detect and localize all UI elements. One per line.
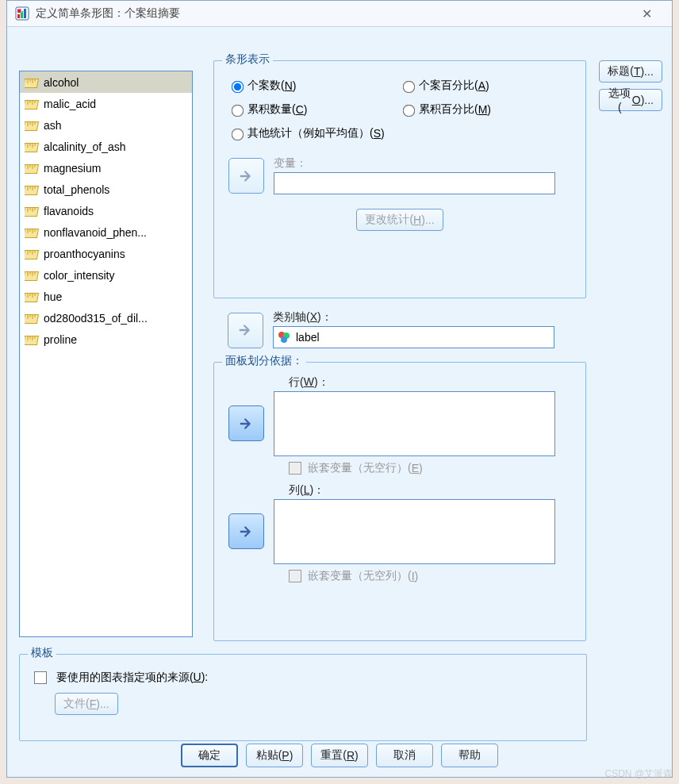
scale-icon: [25, 228, 39, 237]
scale-icon: [25, 335, 39, 344]
client-area: alcoholmalic_acidashalcalinity_of_ashmag…: [7, 27, 672, 777]
panel-by-group: 面板划分依据： 行(W)： 嵌套变量（无空行）(E): [213, 362, 586, 641]
variable-list[interactable]: alcoholmalic_acidashalcalinity_of_ashmag…: [19, 71, 193, 637]
variable-label: 变量：: [274, 156, 571, 171]
paste-button[interactable]: 粘贴(P): [246, 744, 303, 767]
variable-item-label: hue: [44, 290, 62, 303]
svg-rect-24: [25, 164, 38, 173]
radio-cumn[interactable]: 累积数量(C): [228, 98, 400, 121]
variable-item[interactable]: flavanoids: [20, 200, 192, 221]
cols-label: 列(L)：: [289, 483, 571, 498]
move-to-variable-button[interactable]: [228, 158, 264, 194]
category-axis-label: 类别轴(X)：: [273, 310, 554, 325]
scale-icon: [25, 271, 39, 280]
cols-listbox[interactable]: [274, 499, 555, 564]
svg-rect-49: [25, 271, 38, 280]
radio-pctcases[interactable]: 个案百分比(A): [400, 74, 571, 98]
category-axis-value: label: [296, 331, 320, 344]
scale-icon: [25, 163, 39, 173]
svg-point-71: [281, 336, 287, 343]
variable-item[interactable]: total_phenols: [20, 179, 192, 200]
variable-item-label: proanthocyanins: [44, 248, 125, 260]
variable-item-label: color_intensity: [44, 269, 115, 282]
bars-represent-group: 条形表示 个案数(N) 个案百分比(A) 累积数量(C): [213, 60, 586, 298]
rows-listbox[interactable]: [274, 391, 555, 456]
change-statistic-button[interactable]: 更改统计(H)...: [356, 209, 443, 231]
move-to-rows-button[interactable]: [228, 405, 264, 441]
variable-item-label: nonflavanoid_phen...: [44, 226, 147, 239]
title-button[interactable]: 标题(T)...: [599, 60, 662, 83]
variable-textbox[interactable]: [274, 172, 555, 194]
help-button[interactable]: 帮助: [441, 744, 498, 767]
template-legend: 模板: [28, 646, 56, 660]
option-button[interactable]: 选项(O)...: [599, 89, 662, 111]
file-button[interactable]: 文件(F)...: [55, 693, 118, 715]
variable-item[interactable]: od280od315_of_dil...: [20, 307, 192, 329]
scale-icon: [25, 313, 39, 323]
nest-cols-checkbox: 嵌套变量（无空列）(I): [228, 564, 571, 583]
variable-item-label: flavanoids: [44, 205, 94, 217]
scale-icon: [25, 206, 39, 216]
category-axis-field[interactable]: label: [273, 326, 554, 348]
scale-icon: [25, 292, 39, 302]
scale-icon: [25, 185, 39, 194]
variable-item[interactable]: alcalinity_of_ash: [20, 136, 192, 157]
scale-icon: [25, 121, 39, 130]
svg-rect-14: [25, 121, 38, 130]
app-icon: [15, 6, 29, 21]
variable-item[interactable]: magnesium: [20, 157, 192, 179]
rows-label: 行(W)：: [289, 375, 571, 390]
scale-icon: [25, 249, 39, 259]
svg-rect-59: [25, 314, 38, 323]
variable-item[interactable]: color_intensity: [20, 264, 192, 286]
close-icon[interactable]: ✕: [629, 2, 664, 25]
side-buttons: 标题(T)... 选项(O)...: [599, 60, 662, 111]
radio-cumpct[interactable]: 累积百分比(M): [400, 98, 571, 121]
category-axis-block: 类别轴(X)： label: [213, 305, 586, 354]
svg-rect-1: [17, 14, 20, 18]
variable-item[interactable]: proline: [20, 329, 192, 350]
window-title: 定义简单条形图：个案组摘要: [36, 6, 629, 21]
nest-rows-check[interactable]: [289, 462, 301, 475]
variable-item-label: alcalinity_of_ash: [44, 140, 126, 153]
watermark: CSDN @艾派森: [604, 767, 673, 781]
move-to-category-button[interactable]: [228, 313, 263, 348]
bottom-buttons: 确定 粘贴(P) 重置(R) 取消 帮助: [7, 744, 672, 767]
nest-rows-checkbox: 嵌套变量（无空行）(E): [228, 456, 571, 475]
svg-rect-64: [25, 336, 38, 344]
svg-rect-19: [25, 143, 38, 152]
variable-item-label: od280od315_of_dil...: [44, 312, 148, 325]
title-bar: 定义简单条形图：个案组摘要 ✕: [7, 1, 672, 27]
variable-item[interactable]: nonflavanoid_phen...: [20, 221, 192, 243]
nest-cols-check[interactable]: [289, 570, 301, 582]
ok-button[interactable]: 确定: [181, 744, 238, 767]
variable-item[interactable]: malic_acid: [20, 93, 192, 114]
variable-item[interactable]: proanthocyanins: [20, 243, 192, 264]
scale-icon: [25, 78, 39, 87]
svg-rect-29: [25, 186, 38, 194]
svg-rect-39: [25, 229, 38, 237]
scale-icon: [25, 99, 39, 109]
svg-rect-9: [25, 100, 38, 109]
variable-item-label: magnesium: [44, 162, 101, 175]
reset-button[interactable]: 重置(R): [311, 744, 368, 767]
svg-rect-44: [25, 250, 38, 259]
variable-item[interactable]: ash: [20, 114, 192, 136]
variable-item-label: ash: [44, 119, 62, 132]
variable-item-label: total_phenols: [44, 183, 109, 196]
svg-rect-3: [24, 9, 26, 18]
radio-other[interactable]: 其他统计（例如平均值）(S): [228, 121, 571, 145]
panel-by-legend: 面板划分依据：: [222, 354, 306, 368]
nominal-icon: [277, 330, 291, 344]
template-group: 模板 要使用的图表指定项的来源(U): 文件(F)...: [19, 654, 587, 741]
cancel-button[interactable]: 取消: [376, 744, 433, 767]
move-to-cols-button[interactable]: [228, 513, 264, 549]
svg-rect-4: [25, 79, 38, 87]
variable-item-label: proline: [44, 333, 77, 346]
radio-ncases[interactable]: 个案数(N): [228, 74, 400, 98]
variable-item[interactable]: alcohol: [20, 71, 192, 93]
use-template-checkbox[interactable]: 要使用的图表指定项的来源(U):: [34, 671, 572, 685]
variable-item[interactable]: hue: [20, 286, 192, 307]
variable-item-label: alcohol: [44, 76, 79, 89]
svg-rect-34: [25, 207, 38, 216]
